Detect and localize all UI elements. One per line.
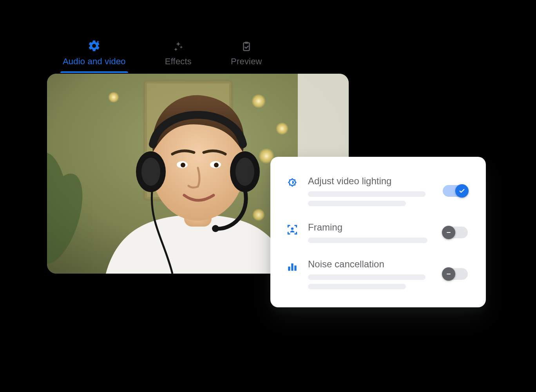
tab-label: Effects [165,56,192,67]
tab-effects[interactable]: Effects [165,41,192,67]
svg-rect-30 [291,263,293,271]
placeholder-line [308,284,406,289]
tabs-bar: Audio and video Effects Preview [47,39,478,74]
svg-point-27 [212,225,219,232]
placeholder-line [308,238,427,243]
gear-sparkle-icon [87,39,101,53]
placeholder-line [308,274,426,280]
frame-person-icon [284,222,301,236]
setting-title: Noise cancellation [308,259,436,270]
sparkles-icon [172,41,184,53]
svg-point-12 [108,92,119,103]
equalizer-icon [284,259,301,273]
minus-icon [442,267,455,281]
svg-point-6 [252,94,266,108]
svg-point-24 [141,158,160,186]
brightness-icon [284,176,301,190]
setting-row-framing: Framing [284,213,473,250]
svg-rect-29 [288,267,290,271]
setting-title: Framing [308,222,436,233]
setting-row-lighting: Adjust video lighting [284,170,473,213]
svg-point-10 [252,209,265,221]
svg-rect-1 [245,42,248,44]
svg-point-28 [291,227,293,230]
svg-point-21 [181,163,185,167]
audio-video-settings-panel: Adjust video lighting Framing [270,157,486,307]
placeholder-line [308,191,426,197]
toggle-noise-cancellation[interactable] [443,268,468,280]
minus-icon [442,226,455,239]
clipboard-check-icon [241,41,252,53]
svg-rect-0 [243,43,249,51]
svg-point-22 [214,163,219,167]
setting-title: Adjust video lighting [308,176,436,187]
svg-point-26 [235,158,254,186]
tab-label: Preview [231,56,262,67]
tab-preview[interactable]: Preview [231,41,262,67]
setting-row-noise-cancellation: Noise cancellation [284,250,473,296]
placeholder-line [308,201,406,206]
svg-point-7 [276,122,288,135]
tab-audio-and-video[interactable]: Audio and video [63,39,126,67]
check-icon [455,184,469,198]
tab-label: Audio and video [63,56,126,67]
toggle-lighting[interactable] [443,185,468,197]
toggle-framing[interactable] [443,227,468,238]
svg-rect-31 [294,265,296,270]
